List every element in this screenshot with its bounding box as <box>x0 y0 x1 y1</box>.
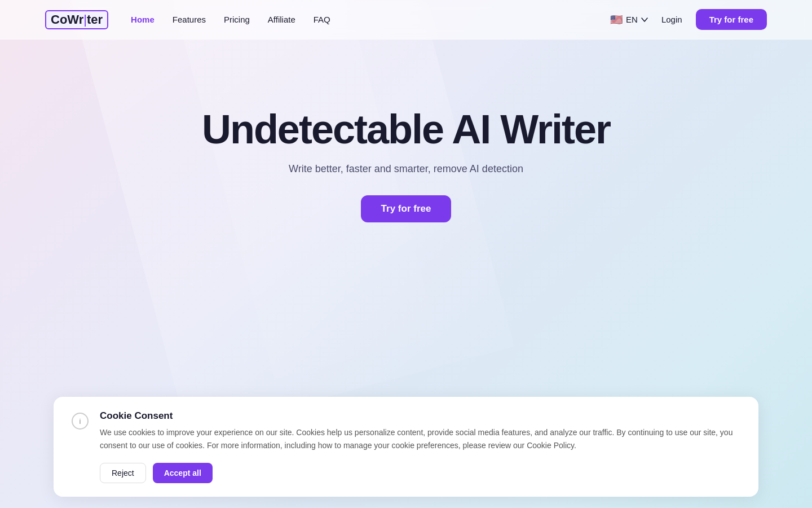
hero-title: Undetectable AI Writer <box>202 107 610 152</box>
lang-code: EN <box>626 15 638 24</box>
cookie-info-icon: i <box>72 413 89 430</box>
logo-ter: ter <box>87 12 103 27</box>
nav-link-home[interactable]: Home <box>131 15 155 24</box>
flag-icon: 🇺🇸 <box>610 14 623 26</box>
nav-item-pricing[interactable]: Pricing <box>224 15 250 25</box>
nav-links: Home Features Pricing Affiliate FAQ <box>131 15 330 25</box>
cookie-title: Cookie Consent <box>100 410 740 422</box>
nav-item-home[interactable]: Home <box>131 15 155 25</box>
cookie-consent-banner: i Cookie Consent We use cookies to impro… <box>54 397 758 497</box>
logo-link[interactable]: CoWr|ter <box>45 10 108 29</box>
logo: CoWr|ter <box>45 10 108 29</box>
hero-section: Undetectable AI Writer Write better, fas… <box>0 40 812 222</box>
cookie-content: Cookie Consent We use cookies to improve… <box>100 410 740 483</box>
navbar-right: 🇺🇸 EN Login Try for free <box>610 9 767 30</box>
chevron-down-icon <box>641 17 648 22</box>
try-free-button-nav[interactable]: Try for free <box>696 9 767 30</box>
nav-link-pricing[interactable]: Pricing <box>224 15 250 24</box>
logo-co: CoWr <box>51 12 83 27</box>
navbar: CoWr|ter Home Features Pricing Affiliate… <box>0 0 812 40</box>
nav-link-features[interactable]: Features <box>173 15 206 24</box>
cookie-body-text: We use cookies to improve your experienc… <box>100 426 740 452</box>
cookie-accept-button[interactable]: Accept all <box>153 463 213 483</box>
hero-cta-button[interactable]: Try for free <box>361 195 452 222</box>
nav-item-features[interactable]: Features <box>173 15 206 25</box>
nav-item-affiliate[interactable]: Affiliate <box>268 15 295 25</box>
cookie-actions: Reject Accept all <box>100 463 740 483</box>
hero-subtitle: Write better, faster and smarter, remove… <box>289 163 523 175</box>
navbar-left: CoWr|ter Home Features Pricing Affiliate… <box>45 10 330 29</box>
login-button[interactable]: Login <box>661 15 682 24</box>
nav-link-affiliate[interactable]: Affiliate <box>268 15 295 24</box>
language-selector[interactable]: 🇺🇸 EN <box>610 14 648 26</box>
nav-link-faq[interactable]: FAQ <box>314 15 330 24</box>
nav-item-faq[interactable]: FAQ <box>314 15 330 25</box>
cookie-reject-button[interactable]: Reject <box>100 463 146 483</box>
